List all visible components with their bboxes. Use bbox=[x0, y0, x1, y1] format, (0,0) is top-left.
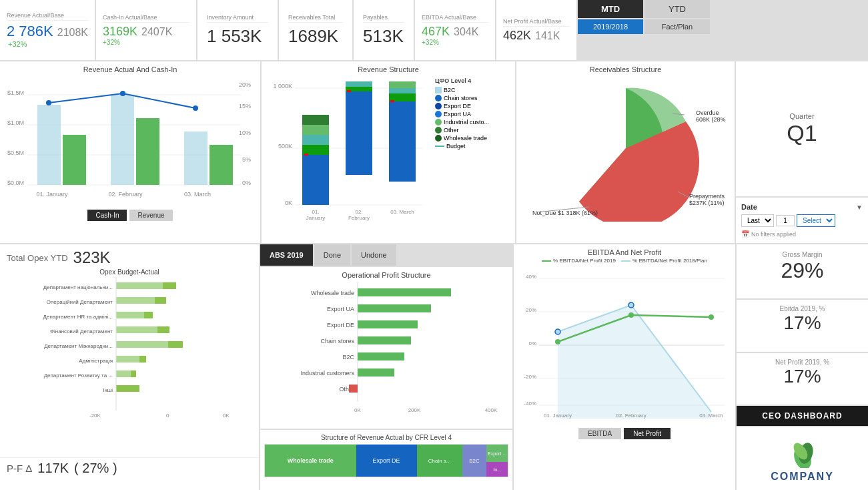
abs-2019-tab[interactable]: ABS 2019 bbox=[260, 244, 313, 266]
svg-rect-36 bbox=[346, 91, 372, 175]
legend-title: ЦФО Level 4 bbox=[435, 77, 489, 84]
svg-text:0K: 0K bbox=[223, 413, 230, 419]
svg-rect-96 bbox=[358, 352, 404, 360]
svg-rect-73 bbox=[116, 341, 168, 348]
cfr-export-de: Export DE bbox=[356, 445, 417, 477]
svg-rect-92 bbox=[358, 320, 418, 328]
date-label: Date bbox=[741, 203, 757, 211]
svg-text:01. January: 01. January bbox=[36, 191, 68, 198]
right-panel-top: MTD YTD 2019/2018 Fact/Plan bbox=[578, 0, 710, 60]
inventory-title: Inventory Amount bbox=[207, 14, 268, 23]
net-profit-pct-label: Net Profit 2019, % bbox=[742, 358, 863, 366]
svg-text:Overdue: Overdue bbox=[696, 109, 719, 116]
svg-marker-114 bbox=[558, 305, 711, 419]
svg-text:03. March: 03. March bbox=[184, 191, 211, 198]
svg-rect-79 bbox=[116, 371, 131, 377]
netprofit-val2: 141K bbox=[535, 30, 560, 42]
net-profit-pct-value: 17% bbox=[742, 366, 863, 387]
cash-in-toggle[interactable]: Cash-In bbox=[87, 210, 127, 221]
ebitda-kpi-val2: 304K bbox=[454, 26, 478, 38]
ebitda-kpi-pct: +32% bbox=[422, 39, 488, 46]
payables-title: Payables bbox=[363, 14, 404, 23]
svg-text:Industrial customers: Industrial customers bbox=[300, 370, 354, 377]
svg-text:$0,0M: $0,0M bbox=[7, 180, 24, 186]
fact-plan-button[interactable]: Fact/Plan bbox=[644, 19, 710, 34]
svg-rect-64 bbox=[116, 297, 155, 304]
svg-rect-13 bbox=[37, 105, 61, 185]
ebitda-kpi-green: 467K bbox=[422, 25, 450, 39]
revenue-val1: 2 786K bbox=[7, 23, 53, 40]
svg-text:-20%: -20% bbox=[524, 374, 536, 380]
legend-b2c: B2C bbox=[435, 87, 489, 93]
period-2019-button[interactable]: 2019/2018 bbox=[578, 19, 643, 34]
ebitda-kpi: EBITDA Actual/Base 467K 304K +32% bbox=[415, 0, 495, 60]
opex-budget-title: Opex Budget-Actual bbox=[0, 268, 259, 276]
svg-text:20%: 20% bbox=[239, 81, 251, 88]
pf-delta-label: P-F Δ bbox=[7, 463, 32, 474]
gross-margin-label: Gross Margin bbox=[743, 251, 861, 258]
svg-rect-81 bbox=[116, 385, 139, 392]
legend-export-de: Export DE bbox=[435, 103, 489, 109]
svg-text:Chain stores: Chain stores bbox=[320, 338, 354, 344]
svg-rect-39 bbox=[389, 101, 416, 182]
svg-text:Export DE: Export DE bbox=[327, 322, 354, 328]
svg-text:40%: 40% bbox=[526, 274, 536, 280]
svg-point-20 bbox=[120, 91, 125, 96]
mtd-button[interactable]: MTD bbox=[578, 0, 643, 18]
ytd-button[interactable]: YTD bbox=[644, 0, 710, 18]
inventory-val: 1 553K bbox=[207, 26, 268, 47]
receivables-pie: Overdue 608K (28%) Prepayments $237K (11… bbox=[526, 75, 726, 222]
date-num-input[interactable] bbox=[776, 215, 795, 226]
svg-text:Export UA: Export UA bbox=[327, 306, 354, 312]
ebitda-chart-title: EBITDA And Net Profit bbox=[518, 248, 731, 256]
total-opex-value: 323K bbox=[73, 248, 111, 267]
revenue-toggle[interactable]: Revenue bbox=[129, 210, 172, 221]
svg-rect-90 bbox=[358, 304, 431, 312]
svg-text:0%: 0% bbox=[528, 340, 536, 346]
no-filters-label: 📅 No filters applied bbox=[741, 230, 863, 238]
svg-text:20%: 20% bbox=[526, 307, 536, 313]
svg-text:Адміністрація: Адміністрація bbox=[79, 358, 113, 364]
svg-text:0: 0 bbox=[166, 413, 169, 419]
undone-tab[interactable]: Undone bbox=[352, 244, 396, 266]
svg-point-118 bbox=[555, 329, 560, 334]
ebitda-line-chart: 40% 20% 0% -20% -40% bbox=[518, 265, 731, 425]
svg-text:Департамент національни...: Департамент національни... bbox=[43, 284, 113, 290]
net-profit-toggle-btn[interactable]: Net Profit bbox=[624, 428, 671, 439]
svg-rect-33 bbox=[302, 135, 329, 145]
ebitda-toggle-btn[interactable]: EBITDA bbox=[578, 428, 621, 439]
date-box: Date ▼ Last Select 📅 No fi bbox=[736, 198, 868, 243]
svg-text:400K: 400K bbox=[485, 407, 498, 413]
svg-text:-20K: -20K bbox=[89, 413, 101, 419]
revenue-pct: +32% bbox=[8, 40, 27, 48]
svg-rect-32 bbox=[302, 145, 329, 155]
middle-bottom-panel: ABS 2019 Done Undone Operational Profit … bbox=[260, 244, 512, 490]
revenue-structure-panel: Revenue Structure 1 000K 500K 0K bbox=[262, 61, 515, 243]
ebitda-legend-2019: % EBITDA/Net Profit 2019 bbox=[542, 258, 616, 264]
svg-text:Prepayments: Prepayments bbox=[689, 193, 725, 200]
svg-rect-70 bbox=[116, 326, 157, 333]
cfr-b2c: B2C bbox=[462, 445, 486, 477]
svg-text:1 000K: 1 000K bbox=[273, 83, 292, 89]
netprofit-kpi-title: Net Profit Actual/Base bbox=[503, 18, 570, 27]
svg-rect-88 bbox=[358, 288, 451, 296]
svg-rect-38 bbox=[346, 81, 372, 87]
svg-rect-76 bbox=[116, 356, 139, 362]
svg-text:B2C: B2C bbox=[342, 354, 354, 360]
svg-text:02. February: 02. February bbox=[616, 413, 646, 419]
done-tab[interactable]: Done bbox=[314, 244, 350, 266]
revenue-chart-title: Revenue Actual And Cash-In bbox=[4, 65, 256, 73]
svg-text:03. March: 03. March bbox=[390, 209, 414, 215]
svg-text:Департамент Міжнародни...: Департамент Міжнародни... bbox=[44, 343, 113, 349]
chevron-down-icon[interactable]: ▼ bbox=[856, 204, 863, 211]
ebitda-pct-panel: Ebitda 2019, % 17% bbox=[737, 300, 868, 351]
svg-point-116 bbox=[628, 312, 634, 318]
inventory-kpi: Inventory Amount 1 553K bbox=[197, 0, 278, 60]
svg-text:Департамент Розвитку та ...: Департамент Розвитку та ... bbox=[44, 373, 113, 379]
ebitda-kpi-title: EBITDA Actual/Base bbox=[422, 14, 488, 23]
date-last-select[interactable]: Last bbox=[741, 214, 774, 227]
svg-text:500K: 500K bbox=[278, 143, 292, 150]
date-select-dropdown[interactable]: Select bbox=[797, 214, 835, 227]
ceo-dashboard-label: CEO DASHBOARD bbox=[762, 411, 842, 421]
net-profit-pct-panel: Net Profit 2019, % 17% bbox=[737, 353, 868, 405]
